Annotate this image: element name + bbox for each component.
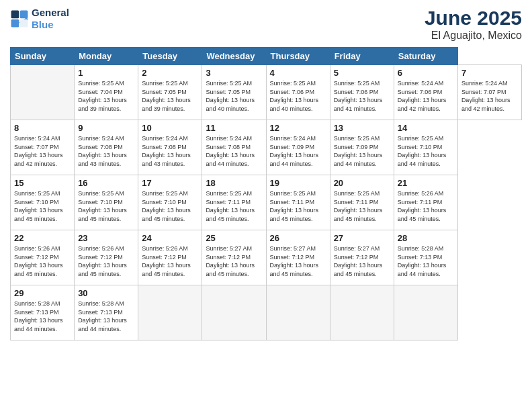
day-number: 11 bbox=[206, 123, 262, 133]
day-number: 12 bbox=[270, 123, 326, 133]
day-info: Sunrise: 5:26 AMSunset: 7:12 PMDaylight:… bbox=[78, 244, 134, 278]
week-row-1: 1Sunrise: 5:25 AMSunset: 7:04 PMDaylight… bbox=[11, 65, 522, 120]
calendar-cell: 8Sunrise: 5:24 AMSunset: 7:07 PMDaylight… bbox=[11, 120, 75, 175]
weekday-header-wednesday: Wednesday bbox=[202, 48, 266, 65]
day-info: Sunrise: 5:28 AMSunset: 7:13 PMDaylight:… bbox=[398, 244, 454, 278]
day-info: Sunrise: 5:25 AMSunset: 7:04 PMDaylight:… bbox=[78, 79, 134, 113]
day-number: 4 bbox=[270, 68, 326, 78]
day-info: Sunrise: 5:25 AMSunset: 7:10 PMDaylight:… bbox=[142, 189, 198, 223]
title-block: June 2025 El Aguajito, Mexico bbox=[425, 7, 522, 42]
day-info: Sunrise: 5:27 AMSunset: 7:12 PMDaylight:… bbox=[206, 244, 262, 278]
day-info: Sunrise: 5:24 AMSunset: 7:06 PMDaylight:… bbox=[398, 79, 454, 113]
day-number: 29 bbox=[14, 288, 71, 298]
day-number: 6 bbox=[398, 68, 454, 78]
day-info: Sunrise: 5:25 AMSunset: 7:06 PMDaylight:… bbox=[270, 79, 326, 113]
day-number: 13 bbox=[334, 123, 390, 133]
day-info: Sunrise: 5:24 AMSunset: 7:07 PMDaylight:… bbox=[461, 79, 518, 113]
calendar-cell: 30Sunrise: 5:28 AMSunset: 7:13 PMDayligh… bbox=[75, 285, 138, 340]
svg-rect-2 bbox=[11, 19, 19, 28]
day-number: 26 bbox=[270, 233, 326, 243]
day-info: Sunrise: 5:25 AMSunset: 7:11 PMDaylight:… bbox=[334, 189, 390, 223]
calendar-title: June 2025 bbox=[425, 7, 522, 30]
week-row-2: 8Sunrise: 5:24 AMSunset: 7:07 PMDaylight… bbox=[11, 120, 522, 175]
calendar-cell: 23Sunrise: 5:26 AMSunset: 7:12 PMDayligh… bbox=[75, 230, 138, 285]
day-info: Sunrise: 5:25 AMSunset: 7:11 PMDaylight:… bbox=[206, 189, 262, 223]
calendar-cell: 28Sunrise: 5:28 AMSunset: 7:13 PMDayligh… bbox=[394, 230, 457, 285]
calendar-cell bbox=[394, 285, 457, 340]
day-info: Sunrise: 5:25 AMSunset: 7:10 PMDaylight:… bbox=[78, 189, 134, 223]
day-info: Sunrise: 5:24 AMSunset: 7:08 PMDaylight:… bbox=[78, 134, 134, 168]
day-info: Sunrise: 5:27 AMSunset: 7:12 PMDaylight:… bbox=[270, 244, 326, 278]
svg-rect-1 bbox=[20, 11, 28, 19]
logo: General Blue bbox=[10, 7, 69, 31]
weekday-header-sunday: Sunday bbox=[11, 48, 75, 65]
calendar-cell: 16Sunrise: 5:25 AMSunset: 7:10 PMDayligh… bbox=[75, 175, 138, 230]
day-number: 17 bbox=[142, 178, 198, 188]
calendar-cell: 29Sunrise: 5:28 AMSunset: 7:13 PMDayligh… bbox=[11, 285, 75, 340]
calendar-cell: 14Sunrise: 5:25 AMSunset: 7:10 PMDayligh… bbox=[394, 120, 457, 175]
day-info: Sunrise: 5:28 AMSunset: 7:13 PMDaylight:… bbox=[78, 300, 134, 333]
day-info: Sunrise: 5:25 AMSunset: 7:10 PMDaylight:… bbox=[14, 189, 71, 223]
calendar-cell: 20Sunrise: 5:25 AMSunset: 7:11 PMDayligh… bbox=[330, 175, 394, 230]
calendar-cell: 17Sunrise: 5:25 AMSunset: 7:10 PMDayligh… bbox=[138, 175, 202, 230]
day-number: 25 bbox=[206, 233, 262, 243]
day-info: Sunrise: 5:26 AMSunset: 7:12 PMDaylight:… bbox=[14, 244, 71, 278]
day-info: Sunrise: 5:25 AMSunset: 7:05 PMDaylight:… bbox=[142, 79, 198, 113]
header: General Blue June 2025 El Aguajito, Mexi… bbox=[10, 7, 522, 42]
day-number: 2 bbox=[142, 68, 198, 78]
day-number: 16 bbox=[78, 178, 134, 188]
day-number: 18 bbox=[206, 178, 262, 188]
day-info: Sunrise: 5:24 AMSunset: 7:08 PMDaylight:… bbox=[142, 134, 198, 168]
calendar-cell: 18Sunrise: 5:25 AMSunset: 7:11 PMDayligh… bbox=[202, 175, 266, 230]
weekday-header-friday: Friday bbox=[330, 48, 394, 65]
calendar-cell: 6Sunrise: 5:24 AMSunset: 7:06 PMDaylight… bbox=[394, 65, 457, 120]
svg-rect-0 bbox=[11, 11, 19, 19]
day-number: 22 bbox=[14, 233, 71, 243]
weekday-header-saturday: Saturday bbox=[394, 48, 457, 65]
day-number: 30 bbox=[78, 288, 134, 298]
day-number: 28 bbox=[398, 233, 454, 243]
day-number: 1 bbox=[78, 68, 134, 78]
calendar-cell: 10Sunrise: 5:24 AMSunset: 7:08 PMDayligh… bbox=[138, 120, 202, 175]
day-info: Sunrise: 5:24 AMSunset: 7:08 PMDaylight:… bbox=[206, 134, 262, 168]
day-number: 3 bbox=[206, 68, 262, 78]
calendar-cell: 11Sunrise: 5:24 AMSunset: 7:08 PMDayligh… bbox=[202, 120, 266, 175]
day-info: Sunrise: 5:27 AMSunset: 7:12 PMDaylight:… bbox=[334, 244, 390, 278]
calendar-cell: 4Sunrise: 5:25 AMSunset: 7:06 PMDaylight… bbox=[266, 65, 330, 120]
day-info: Sunrise: 5:24 AMSunset: 7:09 PMDaylight:… bbox=[270, 134, 326, 168]
day-number: 7 bbox=[461, 68, 518, 78]
day-number: 19 bbox=[270, 178, 326, 188]
day-number: 10 bbox=[142, 123, 198, 133]
calendar-cell bbox=[138, 285, 202, 340]
week-row-3: 15Sunrise: 5:25 AMSunset: 7:10 PMDayligh… bbox=[11, 175, 522, 230]
calendar-cell: 13Sunrise: 5:25 AMSunset: 7:09 PMDayligh… bbox=[330, 120, 394, 175]
day-number: 27 bbox=[334, 233, 390, 243]
calendar-subtitle: El Aguajito, Mexico bbox=[425, 30, 522, 42]
calendar-cell: 7Sunrise: 5:24 AMSunset: 7:07 PMDaylight… bbox=[457, 65, 521, 120]
day-info: Sunrise: 5:26 AMSunset: 7:12 PMDaylight:… bbox=[142, 244, 198, 278]
day-info: Sunrise: 5:24 AMSunset: 7:07 PMDaylight:… bbox=[14, 134, 71, 168]
calendar-cell: 2Sunrise: 5:25 AMSunset: 7:05 PMDaylight… bbox=[138, 65, 202, 120]
calendar-cell: 22Sunrise: 5:26 AMSunset: 7:12 PMDayligh… bbox=[11, 230, 75, 285]
day-number: 14 bbox=[398, 123, 454, 133]
calendar-cell: 3Sunrise: 5:25 AMSunset: 7:05 PMDaylight… bbox=[202, 65, 266, 120]
calendar-cell: 24Sunrise: 5:26 AMSunset: 7:12 PMDayligh… bbox=[138, 230, 202, 285]
calendar-cell: 25Sunrise: 5:27 AMSunset: 7:12 PMDayligh… bbox=[202, 230, 266, 285]
day-number: 5 bbox=[334, 68, 390, 78]
page: General Blue June 2025 El Aguajito, Mexi… bbox=[0, 0, 532, 411]
day-info: Sunrise: 5:25 AMSunset: 7:05 PMDaylight:… bbox=[206, 79, 262, 113]
day-info: Sunrise: 5:25 AMSunset: 7:09 PMDaylight:… bbox=[334, 134, 390, 168]
day-number: 21 bbox=[398, 178, 454, 188]
day-number: 15 bbox=[14, 178, 71, 188]
calendar-cell: 5Sunrise: 5:25 AMSunset: 7:06 PMDaylight… bbox=[330, 65, 394, 120]
logo-text: General Blue bbox=[32, 7, 69, 31]
calendar-cell: 12Sunrise: 5:24 AMSunset: 7:09 PMDayligh… bbox=[266, 120, 330, 175]
weekday-header-row: SundayMondayTuesdayWednesdayThursdayFrid… bbox=[11, 48, 522, 65]
calendar-cell: 26Sunrise: 5:27 AMSunset: 7:12 PMDayligh… bbox=[266, 230, 330, 285]
svg-rect-4 bbox=[20, 19, 28, 28]
day-number: 20 bbox=[334, 178, 390, 188]
logo-icon bbox=[10, 9, 29, 28]
day-info: Sunrise: 5:28 AMSunset: 7:13 PMDaylight:… bbox=[14, 300, 71, 333]
weekday-header-monday: Monday bbox=[75, 48, 138, 65]
day-number: 8 bbox=[14, 123, 71, 133]
